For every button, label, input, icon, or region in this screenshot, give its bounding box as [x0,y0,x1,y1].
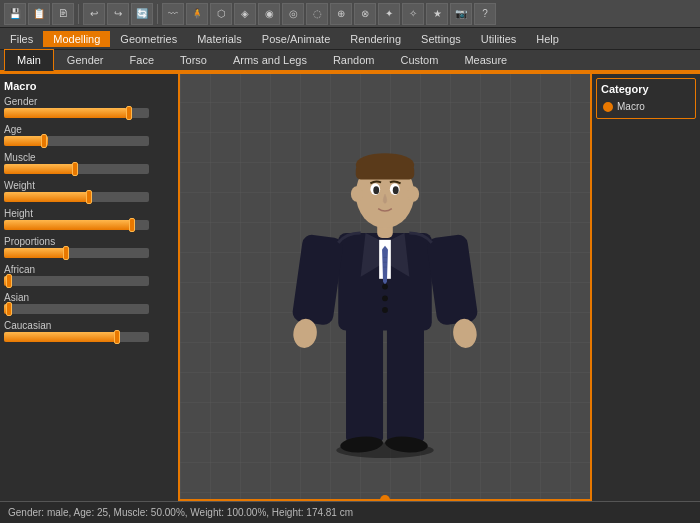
slider-gender-handle[interactable] [126,106,132,120]
menu-geometries[interactable]: Geometries [110,31,187,47]
slider-proportions-handle[interactable] [63,246,69,260]
slider-muscle-handle[interactable] [72,162,78,176]
slider-weight-fill [4,192,91,202]
tab-main[interactable]: Main [4,49,54,71]
slider-proportions-track[interactable] [4,248,149,258]
slider-gender-track[interactable] [4,108,149,118]
category-title: Category [601,83,691,95]
toolbar-icon-new[interactable]: 📋 [28,3,50,25]
svg-rect-2 [387,326,424,443]
toolbar: 💾 📋 🖹 ↩ ↪ 🔄 〰 🧍 ⬡ ◈ ◉ ◎ ◌ ⊕ ⊗ ✦ ✧ ★ 📷 ? [0,0,700,28]
toolbar-icon-mesh[interactable]: ⬡ [210,3,232,25]
toolbar-icon-undo[interactable]: ↩ [83,3,105,25]
toolbar-icon-figure[interactable]: 🧍 [186,3,208,25]
svg-point-27 [393,186,399,194]
slider-weight-row: Weight [4,180,174,202]
toolbar-sep-1 [78,4,79,24]
slider-proportions-row: Proportions [4,236,174,258]
svg-point-29 [407,186,419,202]
slider-asian-label: Asian [4,292,174,303]
toolbar-icon-t1[interactable]: ◉ [258,3,280,25]
slider-height-handle[interactable] [129,218,135,232]
slider-caucasian-label: Caucasian [4,320,174,331]
viewport-nav-dot[interactable] [380,495,390,501]
toolbar-icon-t7[interactable]: ✧ [402,3,424,25]
toolbar-icon-t6[interactable]: ✦ [378,3,400,25]
viewport[interactable] [180,72,590,501]
toolbar-icon-pose[interactable]: 〰 [162,3,184,25]
toolbar-icon-open[interactable]: 🖹 [52,3,74,25]
category-macro-item[interactable]: Macro [601,99,691,114]
menu-modelling[interactable]: Modelling [43,31,110,47]
slider-muscle-row: Muscle [4,152,174,174]
slider-asian-handle[interactable] [6,302,12,316]
tab-face[interactable]: Face [117,49,167,71]
slider-asian-track[interactable] [4,304,149,314]
slider-weight-track[interactable] [4,192,149,202]
menu-utilities[interactable]: Utilities [471,31,526,47]
toolbar-sep-2 [157,4,158,24]
category-macro-label: Macro [617,101,645,112]
tab-gender[interactable]: Gender [54,49,117,71]
slider-weight-handle[interactable] [86,190,92,204]
radio-macro[interactable] [603,102,613,112]
svg-point-13 [382,284,388,290]
slider-asian-row: Asian [4,292,174,314]
toolbar-icon-camera[interactable]: 📷 [450,3,472,25]
right-panel: Category Macro [590,72,700,501]
menu-files[interactable]: Files [0,31,43,47]
tab-custom[interactable]: Custom [387,49,451,71]
viewport-border-top [180,72,590,74]
statusbar-text: Gender: male, Age: 25, Muscle: 50.00%, W… [8,507,353,518]
slider-height-label: Height [4,208,174,219]
svg-rect-1 [346,326,383,443]
menu-materials[interactable]: Materials [187,31,252,47]
slider-age-track[interactable] [4,136,149,146]
tab-measure[interactable]: Measure [451,49,520,71]
slider-caucasian-fill [4,332,120,342]
toolbar-icon-t5[interactable]: ⊗ [354,3,376,25]
menu-help[interactable]: Help [526,31,569,47]
tab-torso[interactable]: Torso [167,49,220,71]
toolbar-icon-skin[interactable]: ◈ [234,3,256,25]
body-layout: Macro Gender Age Muscle [0,72,700,501]
toolbar-icon-save[interactable]: 💾 [4,3,26,25]
slider-age-handle[interactable] [41,134,47,148]
slider-height-fill [4,220,135,230]
svg-rect-16 [291,234,344,327]
slider-african-label: African [4,264,174,275]
toolbar-icon-t4[interactable]: ⊕ [330,3,352,25]
svg-point-28 [351,186,363,202]
slider-african-handle[interactable] [6,274,12,288]
statusbar: Gender: male, Age: 25, Muscle: 50.00%, W… [0,501,700,523]
slider-caucasian-row: Caucasian [4,320,174,342]
slider-height-track[interactable] [4,220,149,230]
slider-muscle-fill [4,164,77,174]
toolbar-icon-reset[interactable]: 🔄 [131,3,153,25]
slider-muscle-label: Muscle [4,152,174,163]
menu-settings[interactable]: Settings [411,31,471,47]
toolbar-icon-t8[interactable]: ★ [426,3,448,25]
slider-age-label: Age [4,124,174,135]
toolbar-icon-redo[interactable]: ↪ [107,3,129,25]
slider-african-track[interactable] [4,276,149,286]
tab-random[interactable]: Random [320,49,388,71]
menu-pose-animate[interactable]: Pose/Animate [252,31,340,47]
toolbar-icon-t2[interactable]: ◎ [282,3,304,25]
toolbar-icon-t3[interactable]: ◌ [306,3,328,25]
svg-rect-18 [426,234,479,327]
slider-gender-row: Gender [4,96,174,118]
character-svg [275,82,495,462]
tab-arms-legs[interactable]: Arms and Legs [220,49,320,71]
slider-muscle-track[interactable] [4,164,149,174]
slider-proportions-label: Proportions [4,236,174,247]
main-tab-bar: Main Gender Face Torso Arms and Legs Ran… [0,50,700,72]
slider-gender-label: Gender [4,96,174,107]
menubar: Files Modelling Geometries Materials Pos… [0,28,700,50]
toolbar-icon-help[interactable]: ? [474,3,496,25]
menu-rendering[interactable]: Rendering [340,31,411,47]
svg-rect-23 [356,165,414,180]
slider-caucasian-handle[interactable] [114,330,120,344]
category-box: Category Macro [596,78,696,119]
slider-caucasian-track[interactable] [4,332,149,342]
